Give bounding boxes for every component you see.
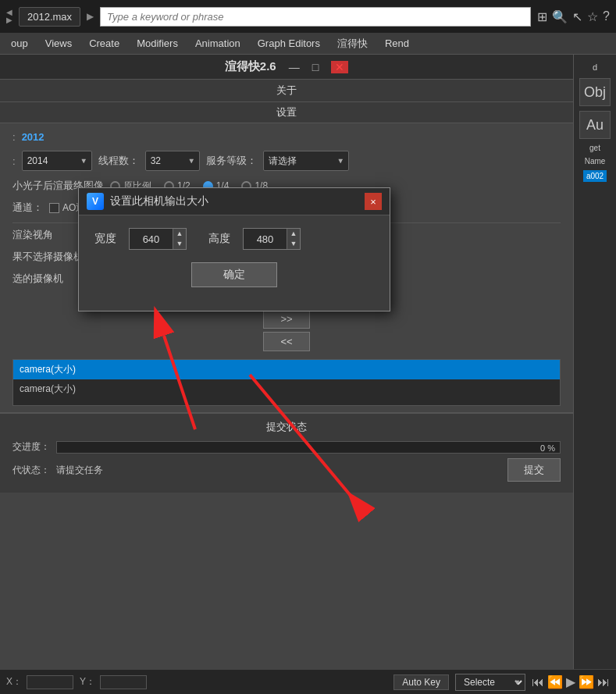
version-value: 2012	[22, 131, 45, 143]
height-spinbox[interactable]: ▲ ▼	[243, 228, 301, 250]
close-btn[interactable]: ✕	[331, 61, 348, 73]
selected-select[interactable]: Selected All None	[455, 674, 525, 691]
submit-title: 提交状态	[12, 420, 561, 434]
search-input[interactable]	[100, 7, 531, 27]
width-up-btn[interactable]: ▲	[173, 229, 186, 239]
status-label: 代状态：	[12, 464, 50, 477]
playback-icons: ⏮ ⏪ ▶ ⏩ ⏭	[532, 674, 610, 689]
y-input[interactable]	[100, 675, 147, 689]
selected-select-wrapper[interactable]: Selected All None ▼	[455, 674, 525, 691]
right-sidebar: d Obj Au get Name a002	[573, 55, 616, 669]
skip-start-icon[interactable]: ⏮	[532, 675, 544, 689]
threads-label: 线程数：	[98, 154, 139, 168]
status-value: 请提交任务	[56, 464, 501, 477]
modal-footer: 确定	[94, 262, 374, 298]
skip-end-icon[interactable]: ⏭	[597, 675, 610, 689]
height-input[interactable]	[244, 231, 287, 247]
binoculars-icon[interactable]: ⊞	[537, 9, 547, 24]
submit-button[interactable]: 提交	[507, 458, 561, 482]
modal-header: V 设置此相机输出大小 ×	[79, 188, 390, 215]
panel-title: 渲得快2.6	[225, 59, 276, 74]
sidebar-label-name: Name	[585, 157, 606, 165]
year-threads-row: : 2014 2013 2012 ▼ 线程数： 32 16 8	[12, 151, 561, 171]
menu-item-vray[interactable]: 渲得快	[329, 34, 376, 54]
year-select-wrapper[interactable]: 2014 2013 2012 ▼	[22, 151, 92, 171]
menu-item-modifiers[interactable]: Modifiers	[129, 34, 186, 52]
menu-item-oup[interactable]: oup	[3, 34, 36, 52]
menu-bar: oup Views Create Modifiers Animation Gra…	[0, 33, 616, 55]
center-panel: 渲得快2.6 — □ ✕ 关于 设置 : 2012 : 2014	[0, 55, 573, 669]
about-label: 关于	[276, 84, 297, 96]
breadcrumb-arrow: ▶	[87, 11, 94, 22]
menu-item-graph-editors[interactable]: Graph Editors	[250, 34, 328, 52]
y-label: Y：	[80, 675, 95, 689]
modal-close-button[interactable]: ×	[365, 193, 382, 210]
render-angle-label: 渲染视角	[12, 228, 53, 242]
nav-arrows[interactable]: ◀▶	[6, 9, 12, 24]
autokey-btn[interactable]: Auto Key	[393, 674, 449, 690]
menu-item-animation[interactable]: Animation	[187, 34, 248, 52]
modal-title: 设置此相机输出大小	[110, 194, 358, 208]
sidebar-label-d: d	[593, 61, 597, 73]
sidebar-label-a002: a002	[583, 170, 607, 182]
service-select[interactable]: 请选择 普通 优先	[263, 151, 349, 171]
width-input[interactable]	[130, 231, 173, 247]
year-label: :	[12, 155, 16, 167]
star-icon[interactable]: ☆	[587, 9, 598, 24]
width-down-btn[interactable]: ▼	[173, 239, 186, 249]
minimize-btn[interactable]: —	[289, 61, 300, 73]
modal-dialog: V 设置此相机输出大小 × 宽度 ▲ ▼ 高度	[78, 187, 390, 311]
y-coord: Y：	[80, 675, 147, 689]
cursor-icon[interactable]: ↖	[572, 9, 582, 24]
status-bar: X： Y： Auto Key Selected All None ▼ ⏮ ⏪ ▶…	[0, 669, 616, 694]
width-spinbox[interactable]: ▲ ▼	[129, 228, 187, 250]
forward-btn[interactable]: >>	[263, 309, 310, 329]
version-label: :	[12, 131, 16, 143]
arrow-buttons-section: >> <<	[0, 308, 573, 353]
back-btn[interactable]: <<	[263, 332, 310, 351]
play-icon[interactable]: ▶	[566, 674, 575, 689]
threads-select-wrapper[interactable]: 32 16 8 ▼	[145, 151, 200, 171]
menu-item-create[interactable]: Create	[81, 34, 127, 52]
x-input[interactable]	[27, 675, 73, 689]
height-down-btn[interactable]: ▼	[287, 239, 300, 249]
modal-icon: V	[87, 193, 104, 210]
sidebar-icon-au[interactable]: Au	[579, 111, 611, 139]
service-label: 服务等级：	[206, 154, 257, 168]
year-select[interactable]: 2014 2013 2012	[22, 151, 92, 171]
step-forward-icon[interactable]: ⏩	[579, 674, 594, 689]
main-area: 渲得快2.6 — □ ✕ 关于 设置 : 2012 : 2014	[0, 55, 616, 669]
camera-list-item-1[interactable]: camera(大小)	[13, 360, 560, 379]
submit-area: 提交状态 交进度： 0 % 代状态： 请提交任务 提交	[0, 412, 573, 493]
toolbar-icons: ⊞ 🔍 ↖ ☆ ?	[537, 9, 610, 24]
selected-camera-text: 选的摄像机	[12, 272, 63, 286]
filename-display: 2012.max	[19, 7, 80, 27]
menu-item-render[interactable]: Rend	[377, 34, 417, 52]
help-icon[interactable]: ?	[603, 9, 610, 23]
sidebar-label-get: get	[589, 144, 600, 152]
modal-body: 宽度 ▲ ▼ 高度 ▲ ▼	[79, 215, 390, 311]
progress-percent: 0 %	[540, 442, 555, 454]
title-bar: ◀▶ 2012.max ▶ ⊞ 🔍 ↖ ☆ ?	[0, 0, 616, 33]
service-select-wrapper[interactable]: 请选择 普通 优先 ▼	[263, 151, 349, 171]
x-label: X：	[6, 675, 22, 689]
ao-channel-checkbox[interactable]	[49, 203, 59, 213]
width-arrows: ▲ ▼	[173, 229, 186, 249]
search-icon[interactable]: 🔍	[552, 9, 568, 24]
sidebar-icon-obj[interactable]: Obj	[579, 78, 611, 106]
settings-label: 设置	[276, 106, 297, 118]
confirm-button[interactable]: 确定	[191, 262, 277, 287]
menu-item-views[interactable]: Views	[37, 34, 80, 52]
version-row: : 2012	[12, 131, 561, 143]
maximize-btn[interactable]: □	[312, 61, 319, 73]
camera-list-item-2[interactable]: camera(大小)	[13, 379, 560, 399]
threads-select[interactable]: 32 16 8	[145, 151, 200, 171]
step-back-icon[interactable]: ⏪	[547, 674, 563, 689]
modal-fields: 宽度 ▲ ▼ 高度 ▲ ▼	[94, 228, 374, 250]
status-row: 代状态： 请提交任务 提交	[12, 458, 561, 482]
width-label: 宽度	[94, 232, 116, 246]
progress-row: 交进度： 0 %	[12, 440, 561, 454]
progress-label: 交进度：	[12, 440, 50, 454]
height-arrows: ▲ ▼	[287, 229, 300, 249]
height-up-btn[interactable]: ▲	[287, 229, 300, 239]
